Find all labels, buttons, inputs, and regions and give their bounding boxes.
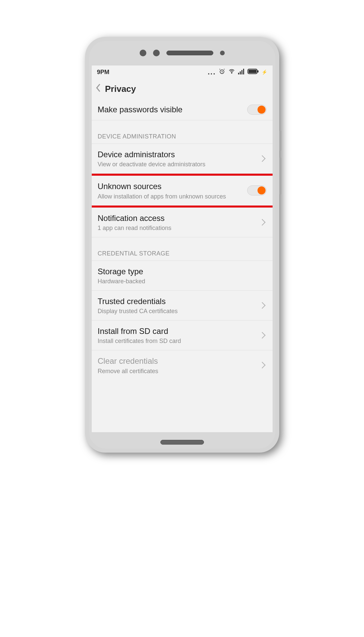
row-subtitle: Install certificates from SD card [98,338,260,345]
status-icons: ⚡ [208,68,267,76]
row-notification-access[interactable]: Notification access 1 app can read notif… [92,208,273,237]
row-title: Trusted credentials [98,296,260,306]
row-install-from-sd[interactable]: Install from SD card Install certificate… [92,321,273,350]
svg-rect-3 [240,71,241,74]
row-subtitle: Hardware-backed [98,278,267,285]
row-title: Install from SD card [98,326,260,336]
chevron-right-icon [259,362,266,369]
svg-point-1 [231,73,232,73]
page-title: Privacy [105,84,136,94]
settings-list[interactable]: Make passwords visible DEVICE ADMINISTRA… [92,99,273,432]
row-device-administrators[interactable]: Device administrators View or deactivate… [92,144,273,174]
status-time: 9PM [97,69,110,76]
row-make-passwords-visible[interactable]: Make passwords visible [92,99,273,120]
back-button[interactable] [94,83,102,95]
side-button [279,131,281,151]
row-title: Notification access [98,213,260,223]
side-button [279,158,281,194]
wifi-icon [228,68,235,76]
phone-bottom-hardware [89,432,275,449]
row-unknown-sources[interactable]: Unknown sources Allow installation of ap… [92,176,273,205]
row-title: Unknown sources [98,181,247,191]
phone-frame: 9PM [85,37,279,453]
svg-rect-4 [241,70,242,74]
svg-rect-7 [248,70,257,73]
chevron-right-icon [259,155,266,162]
front-camera-icon [220,51,225,55]
app-header: Privacy [92,79,273,99]
status-bar: 9PM [92,65,273,79]
row-storage-type[interactable]: Storage type Hardware-backed [92,261,273,291]
charging-icon: ⚡ [262,69,267,75]
alarm-icon [219,68,225,76]
toggle-unknown-sources[interactable] [247,185,267,195]
sensor-icon [153,50,160,56]
phone-top-hardware [89,41,275,65]
row-subtitle: Remove all certificates [98,368,260,375]
chevron-right-icon [259,302,266,309]
camera-icon [140,50,146,56]
toggle-make-passwords-visible[interactable] [247,105,267,115]
section-header-device-admin: DEVICE ADMINISTRATION [92,120,273,144]
row-title: Device administrators [98,149,260,160]
row-subtitle: Display trusted CA certificates [98,308,260,315]
row-title: Make passwords visible [98,104,247,115]
bottom-speaker-icon [160,440,204,445]
section-header-credential-storage: CREDENTIAL STORAGE [92,237,273,261]
row-subtitle: View or deactivate device administrators [98,161,260,168]
battery-icon [247,69,259,76]
more-icon [208,68,216,76]
row-trusted-credentials[interactable]: Trusted credentials Display trusted CA c… [92,291,273,321]
row-title: Clear credentials [98,356,260,366]
svg-rect-8 [258,70,259,72]
earpiece-speaker-icon [166,51,213,55]
row-title: Storage type [98,266,267,277]
svg-rect-5 [243,69,244,74]
signal-icon [238,68,245,76]
phone-inner: 9PM [89,41,275,449]
row-subtitle: Allow installation of apps from unknown … [98,193,247,200]
chevron-right-icon [259,332,266,339]
row-clear-credentials[interactable]: Clear credentials Remove all certificate… [92,350,273,380]
screen: 9PM [92,65,273,432]
row-subtitle: 1 app can read notifications [98,225,260,232]
svg-rect-2 [238,73,239,74]
chevron-right-icon [259,219,266,226]
